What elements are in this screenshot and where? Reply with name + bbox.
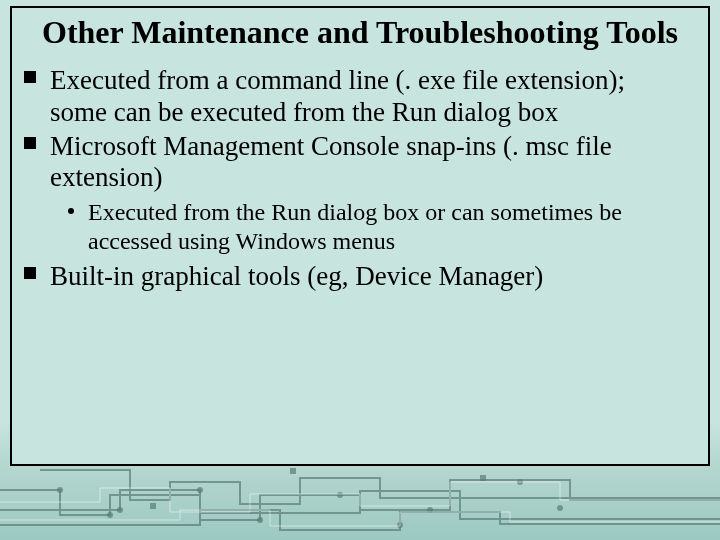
bullet-text: Executed from a command line (. exe file… <box>50 65 625 127</box>
bullet-item: Microsoft Management Console snap-ins (.… <box>46 131 688 255</box>
svg-point-7 <box>57 487 63 493</box>
svg-point-2 <box>197 487 203 493</box>
svg-rect-11 <box>290 468 296 474</box>
content-frame: Other Maintenance and Troubleshooting To… <box>10 6 710 466</box>
svg-rect-13 <box>480 475 486 481</box>
sub-bullet-list: Executed from the Run dialog box or can … <box>86 198 688 255</box>
bullet-list: Executed from a command line (. exe file… <box>46 65 688 293</box>
svg-point-4 <box>337 492 343 498</box>
bullet-text: Built-in graphical tools (eg, Device Man… <box>50 261 543 291</box>
svg-point-1 <box>117 507 123 513</box>
svg-point-8 <box>107 512 113 518</box>
sub-bullet-item: Executed from the Run dialog box or can … <box>86 198 688 255</box>
sub-bullet-text: Executed from the Run dialog box or can … <box>88 199 622 253</box>
slide: Other Maintenance and Troubleshooting To… <box>0 0 720 540</box>
bullet-item: Executed from a command line (. exe file… <box>46 65 688 129</box>
svg-point-3 <box>257 517 263 523</box>
bullet-item: Built-in graphical tools (eg, Device Man… <box>46 261 688 293</box>
bullet-text: Microsoft Management Console snap-ins (.… <box>50 131 612 193</box>
slide-title: Other Maintenance and Troubleshooting To… <box>18 14 702 51</box>
svg-point-10 <box>557 505 563 511</box>
svg-rect-12 <box>150 503 156 509</box>
